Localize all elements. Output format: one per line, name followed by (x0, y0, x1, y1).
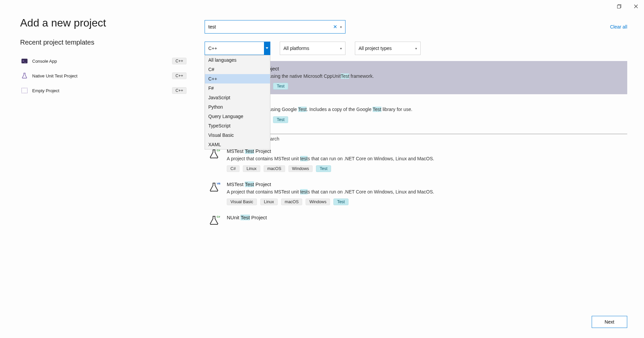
tag-chip: macOS (264, 165, 285, 172)
platform-filter-value: All platforms (283, 46, 309, 51)
template-description: Write C++ unit tests using the native Mi… (227, 73, 624, 79)
template-description: Write C++ unit tests using Google Test. … (227, 106, 624, 113)
chevron-down-icon: ▾ (415, 47, 417, 50)
template-tags: C++ Windows Test (227, 83, 624, 90)
tag-chip: macOS (281, 199, 303, 205)
template-description: A project that contains MSTest unit test… (227, 188, 624, 195)
chevron-down-icon: ▾ (340, 47, 342, 50)
svg-text:VB: VB (217, 182, 220, 185)
recent-template-label: Native Unit Test Project (32, 73, 77, 78)
tag-chip: C# (227, 165, 239, 172)
platform-filter[interactable]: All platforms ▾ (280, 42, 345, 55)
language-option[interactable]: F# (205, 83, 270, 93)
language-option[interactable]: TypeScript (205, 121, 270, 130)
flask-vb-icon: VB (209, 181, 221, 193)
search-input[interactable] (208, 24, 330, 30)
language-option[interactable]: XAML (205, 140, 270, 149)
template-tags: C++ Windows Test (227, 116, 624, 123)
language-option[interactable]: C# (205, 65, 270, 74)
maximize-button[interactable] (614, 2, 624, 11)
tag-chip: Test (273, 116, 288, 123)
template-title: MSTest Test Project (227, 148, 624, 154)
clear-search-button[interactable]: ✕ (333, 24, 337, 30)
template-result[interactable]: C# NUnit Test Project (205, 210, 627, 226)
recent-template-item[interactable]: Native Unit Test Project C++ (20, 68, 188, 83)
flask-csharp-icon: C# (209, 215, 221, 226)
tag-chip: Windows (288, 165, 313, 172)
language-option[interactable]: Python (205, 102, 270, 112)
language-option[interactable]: JavaScript (205, 93, 270, 102)
flask-csharp-icon: C# (209, 148, 221, 160)
language-option[interactable]: Visual Basic (205, 130, 270, 140)
template-title: Google Test (227, 99, 624, 105)
template-tags: C# Linux macOS Windows Test (227, 165, 624, 172)
template-tags: Visual Basic Linux macOS Windows Test (227, 199, 624, 205)
project-type-filter[interactable]: All project types ▾ (355, 42, 421, 55)
svg-rect-4 (22, 88, 28, 93)
tag-chip: Windows (306, 199, 330, 205)
search-box[interactable]: ✕ ▾ (205, 20, 345, 34)
svg-text:>_: >_ (22, 59, 26, 63)
language-filter[interactable]: C++ All languages C# C++ F# JavaScript P… (205, 42, 270, 55)
flask-icon (21, 73, 28, 79)
tag-chip: Test (316, 165, 331, 172)
svg-rect-1 (618, 5, 621, 8)
recent-template-label: Empty Project (32, 88, 59, 93)
language-option[interactable]: All languages (205, 55, 270, 65)
template-description: A project that contains MSTest unit test… (227, 155, 624, 162)
page-title: Add a new project (20, 17, 201, 29)
recent-template-item[interactable]: Empty Project C++ (20, 83, 188, 98)
chevron-down-icon (266, 47, 268, 49)
template-title: Native Unit Test Project (227, 66, 624, 71)
template-result[interactable]: VB MSTest Test Project A project that co… (205, 177, 627, 210)
language-option[interactable]: Query Language (205, 112, 270, 121)
console-icon: >_ (21, 58, 28, 64)
maximize-icon (617, 4, 621, 8)
recent-template-tag: C++ (172, 87, 186, 94)
tag-chip: Linux (260, 199, 278, 205)
tag-chip: Test (333, 199, 348, 205)
clear-all-link[interactable]: Clear all (610, 24, 627, 30)
empty-project-icon (21, 88, 28, 94)
recent-template-tag: C++ (172, 72, 186, 79)
close-window-button[interactable] (631, 2, 641, 11)
language-dropdown: All languages C# C++ F# JavaScript Pytho… (205, 55, 270, 150)
recent-template-label: Console App (32, 59, 57, 64)
language-filter-value: C++ (208, 46, 217, 51)
svg-text:C#: C# (217, 215, 220, 218)
tag-chip: Test (273, 83, 288, 90)
close-icon (634, 4, 638, 8)
language-dropdown-button[interactable] (264, 42, 270, 55)
search-options-caret[interactable]: ▾ (340, 25, 342, 29)
template-title: NUnit Test Project (227, 215, 624, 220)
recent-template-tag: C++ (172, 58, 186, 64)
template-title: MSTest Test Project (227, 181, 624, 187)
tag-chip: Linux (243, 165, 260, 172)
next-button[interactable]: Next (592, 316, 627, 328)
tag-chip: Visual Basic (227, 199, 257, 205)
language-option[interactable]: C++ (205, 74, 270, 83)
project-type-filter-value: All project types (359, 46, 392, 51)
recent-template-item[interactable]: >_ Console App C++ (20, 54, 188, 68)
recent-templates-heading: Recent project templates (20, 39, 201, 46)
